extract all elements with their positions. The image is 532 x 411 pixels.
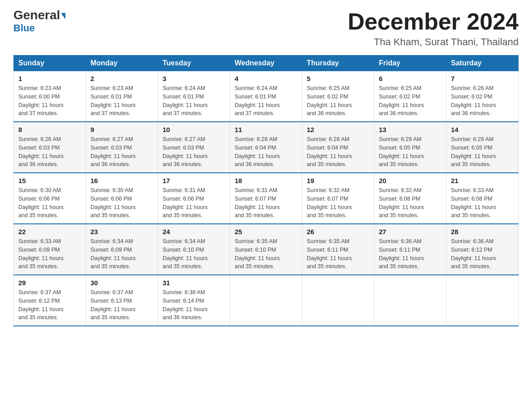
day-info: Sunrise: 6:23 AMSunset: 6:00 PMDaylight:… bbox=[18, 84, 81, 118]
calendar-day-cell: 14Sunrise: 6:29 AMSunset: 6:05 PMDayligh… bbox=[446, 122, 519, 173]
day-number: 1 bbox=[18, 75, 81, 82]
day-info: Sunrise: 6:31 AMSunset: 6:07 PMDaylight:… bbox=[235, 186, 297, 220]
day-info: Sunrise: 6:30 AMSunset: 6:06 PMDaylight:… bbox=[18, 186, 81, 220]
day-info: Sunrise: 6:36 AMSunset: 6:12 PMDaylight:… bbox=[451, 237, 514, 271]
day-info: Sunrise: 6:37 AMSunset: 6:12 PMDaylight:… bbox=[18, 288, 81, 322]
calendar-header-row: Sunday Monday Tuesday Wednesday Thursday… bbox=[14, 56, 519, 71]
col-tuesday: Tuesday bbox=[158, 56, 230, 71]
day-info: Sunrise: 6:33 AMSunset: 6:09 PMDaylight:… bbox=[18, 237, 81, 271]
day-number: 28 bbox=[451, 228, 514, 235]
day-number: 20 bbox=[379, 177, 442, 184]
calendar-day-cell: 7Sunrise: 6:26 AMSunset: 6:02 PMDaylight… bbox=[446, 71, 519, 122]
day-number: 25 bbox=[235, 228, 297, 235]
day-number: 19 bbox=[307, 177, 369, 184]
day-info: Sunrise: 6:35 AMSunset: 6:10 PMDaylight:… bbox=[235, 237, 297, 271]
day-info: Sunrise: 6:30 AMSunset: 6:06 PMDaylight:… bbox=[90, 186, 153, 220]
day-number: 13 bbox=[379, 126, 442, 133]
calendar-day-cell: 26Sunrise: 6:35 AMSunset: 6:11 PMDayligh… bbox=[302, 224, 374, 275]
calendar-day-cell: 19Sunrise: 6:32 AMSunset: 6:07 PMDayligh… bbox=[302, 173, 374, 224]
location-title: Tha Kham, Surat Thani, Thailand bbox=[348, 36, 519, 48]
day-number: 29 bbox=[18, 279, 81, 287]
calendar-day-cell: 16Sunrise: 6:30 AMSunset: 6:06 PMDayligh… bbox=[86, 173, 158, 224]
day-number: 24 bbox=[163, 228, 225, 235]
day-info: Sunrise: 6:33 AMSunset: 6:08 PMDaylight:… bbox=[451, 186, 514, 220]
day-number: 30 bbox=[90, 279, 153, 287]
title-block: December 2024 Tha Kham, Surat Thani, Tha… bbox=[348, 9, 519, 48]
day-number: 21 bbox=[451, 177, 514, 184]
calendar-day-cell: 10Sunrise: 6:27 AMSunset: 6:03 PMDayligh… bbox=[158, 122, 230, 173]
day-number: 26 bbox=[307, 228, 369, 235]
day-number: 22 bbox=[18, 228, 81, 235]
day-info: Sunrise: 6:24 AMSunset: 6:01 PMDaylight:… bbox=[163, 84, 225, 118]
calendar-day-cell: 15Sunrise: 6:30 AMSunset: 6:06 PMDayligh… bbox=[14, 173, 86, 224]
month-title: December 2024 bbox=[348, 9, 519, 34]
calendar-day-cell: 25Sunrise: 6:35 AMSunset: 6:10 PMDayligh… bbox=[230, 224, 302, 275]
calendar-day-cell: 6Sunrise: 6:25 AMSunset: 6:02 PMDaylight… bbox=[374, 71, 446, 122]
day-number: 18 bbox=[235, 177, 297, 184]
col-wednesday: Wednesday bbox=[230, 56, 302, 71]
day-info: Sunrise: 6:27 AMSunset: 6:03 PMDaylight:… bbox=[90, 135, 153, 169]
day-info: Sunrise: 6:32 AMSunset: 6:07 PMDaylight:… bbox=[307, 186, 369, 220]
calendar-day-cell: 2Sunrise: 6:23 AMSunset: 6:01 PMDaylight… bbox=[86, 71, 158, 122]
day-info: Sunrise: 6:25 AMSunset: 6:02 PMDaylight:… bbox=[307, 84, 369, 118]
week-row-2: 8Sunrise: 6:26 AMSunset: 6:03 PMDaylight… bbox=[14, 122, 519, 173]
empty-cell bbox=[374, 275, 446, 326]
day-info: Sunrise: 6:32 AMSunset: 6:08 PMDaylight:… bbox=[379, 186, 442, 220]
day-info: Sunrise: 6:28 AMSunset: 6:04 PMDaylight:… bbox=[307, 135, 369, 169]
day-info: Sunrise: 6:37 AMSunset: 6:13 PMDaylight:… bbox=[90, 288, 153, 322]
day-number: 23 bbox=[90, 228, 153, 235]
calendar-day-cell: 30Sunrise: 6:37 AMSunset: 6:13 PMDayligh… bbox=[86, 275, 158, 326]
day-number: 31 bbox=[163, 279, 225, 287]
day-number: 4 bbox=[235, 75, 297, 82]
week-row-1: 1Sunrise: 6:23 AMSunset: 6:00 PMDaylight… bbox=[14, 71, 519, 122]
calendar-day-cell: 24Sunrise: 6:34 AMSunset: 6:10 PMDayligh… bbox=[158, 224, 230, 275]
day-number: 9 bbox=[90, 126, 153, 133]
day-number: 3 bbox=[163, 75, 225, 82]
day-number: 11 bbox=[235, 126, 297, 133]
day-number: 7 bbox=[451, 75, 514, 82]
logo-general: General bbox=[13, 9, 65, 21]
calendar-day-cell: 9Sunrise: 6:27 AMSunset: 6:03 PMDaylight… bbox=[86, 122, 158, 173]
calendar-day-cell: 22Sunrise: 6:33 AMSunset: 6:09 PMDayligh… bbox=[14, 224, 86, 275]
calendar-day-cell: 11Sunrise: 6:28 AMSunset: 6:04 PMDayligh… bbox=[230, 122, 302, 173]
day-number: 15 bbox=[18, 177, 81, 184]
day-info: Sunrise: 6:25 AMSunset: 6:02 PMDaylight:… bbox=[379, 84, 442, 118]
calendar-day-cell: 28Sunrise: 6:36 AMSunset: 6:12 PMDayligh… bbox=[446, 224, 519, 275]
day-info: Sunrise: 6:34 AMSunset: 6:09 PMDaylight:… bbox=[90, 237, 153, 271]
calendar-day-cell: 12Sunrise: 6:28 AMSunset: 6:04 PMDayligh… bbox=[302, 122, 374, 173]
day-number: 5 bbox=[307, 75, 369, 82]
day-number: 12 bbox=[307, 126, 369, 133]
week-row-3: 15Sunrise: 6:30 AMSunset: 6:06 PMDayligh… bbox=[14, 173, 519, 224]
calendar-day-cell: 29Sunrise: 6:37 AMSunset: 6:12 PMDayligh… bbox=[14, 275, 86, 326]
calendar-day-cell: 1Sunrise: 6:23 AMSunset: 6:00 PMDaylight… bbox=[14, 71, 86, 122]
day-number: 16 bbox=[90, 177, 153, 184]
week-row-4: 22Sunrise: 6:33 AMSunset: 6:09 PMDayligh… bbox=[14, 224, 519, 275]
col-thursday: Thursday bbox=[302, 56, 374, 71]
calendar-day-cell: 18Sunrise: 6:31 AMSunset: 6:07 PMDayligh… bbox=[230, 173, 302, 224]
col-sunday: Sunday bbox=[14, 56, 86, 71]
day-info: Sunrise: 6:23 AMSunset: 6:01 PMDaylight:… bbox=[90, 84, 153, 118]
col-friday: Friday bbox=[374, 56, 446, 71]
empty-cell bbox=[446, 275, 519, 326]
day-info: Sunrise: 6:26 AMSunset: 6:03 PMDaylight:… bbox=[18, 135, 81, 169]
day-info: Sunrise: 6:34 AMSunset: 6:10 PMDaylight:… bbox=[163, 237, 225, 271]
calendar-day-cell: 3Sunrise: 6:24 AMSunset: 6:01 PMDaylight… bbox=[158, 71, 230, 122]
day-number: 2 bbox=[90, 75, 153, 82]
logo-blue: Blue bbox=[13, 22, 35, 34]
calendar-day-cell: 4Sunrise: 6:24 AMSunset: 6:01 PMDaylight… bbox=[230, 71, 302, 122]
day-number: 6 bbox=[379, 75, 442, 82]
day-number: 8 bbox=[18, 126, 81, 133]
calendar-day-cell: 17Sunrise: 6:31 AMSunset: 6:06 PMDayligh… bbox=[158, 173, 230, 224]
page-header: General Blue December 2024 Tha Kham, Sur… bbox=[13, 9, 519, 48]
calendar-table: Sunday Monday Tuesday Wednesday Thursday… bbox=[13, 55, 519, 326]
empty-cell bbox=[230, 275, 302, 326]
week-row-5: 29Sunrise: 6:37 AMSunset: 6:12 PMDayligh… bbox=[14, 275, 519, 326]
day-info: Sunrise: 6:29 AMSunset: 6:05 PMDaylight:… bbox=[379, 135, 442, 169]
day-info: Sunrise: 6:35 AMSunset: 6:11 PMDaylight:… bbox=[307, 237, 369, 271]
col-saturday: Saturday bbox=[446, 56, 519, 71]
calendar-day-cell: 31Sunrise: 6:38 AMSunset: 6:14 PMDayligh… bbox=[158, 275, 230, 326]
day-info: Sunrise: 6:26 AMSunset: 6:02 PMDaylight:… bbox=[451, 84, 514, 118]
calendar-day-cell: 21Sunrise: 6:33 AMSunset: 6:08 PMDayligh… bbox=[446, 173, 519, 224]
calendar-day-cell: 8Sunrise: 6:26 AMSunset: 6:03 PMDaylight… bbox=[14, 122, 86, 173]
day-number: 14 bbox=[451, 126, 514, 133]
